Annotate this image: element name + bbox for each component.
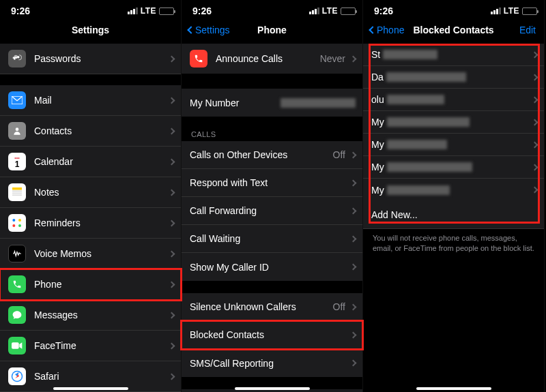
page-title: Phone Blocked Contacts Edit [363, 18, 544, 44]
row-label: Announce Calls [216, 53, 320, 64]
title-text: Blocked Contacts [413, 25, 493, 35]
contact-name-redacted: Da [371, 72, 532, 82]
my-number-value-redacted [281, 98, 356, 108]
chevron-right-icon [169, 189, 175, 196]
add-new-row[interactable]: Add New... [363, 201, 544, 229]
chevron-right-icon [169, 250, 175, 257]
settings-row-passwords[interactable]: Passwords [0, 44, 181, 74]
settings-row-reminders[interactable]: Reminders [0, 208, 181, 239]
settings-row-phone[interactable]: Phone [0, 269, 181, 300]
blocked-contacts-pane: 9:26 LTE Phone Blocked Contacts Edit StD… [363, 0, 545, 392]
chevron-right-icon [350, 331, 357, 338]
chevron-right-icon [350, 303, 357, 310]
my-number-row[interactable]: My Number [182, 89, 362, 117]
blocked-contact-row[interactable]: Da [363, 66, 544, 89]
row-label: Passwords [34, 53, 169, 64]
status-right: LTE [309, 6, 356, 16]
contact-name-redacted: My [371, 185, 532, 196]
battery-icon [341, 7, 356, 15]
chevron-right-icon [169, 55, 175, 62]
row-callerid[interactable]: Show My Caller ID [182, 253, 362, 281]
chevron-right-icon [169, 373, 175, 380]
chevron-right-icon [350, 179, 357, 186]
battery-icon [159, 7, 174, 15]
chevron-right-icon [350, 151, 357, 158]
chevron-right-icon [169, 127, 175, 134]
home-indicator[interactable] [53, 387, 128, 390]
blocked-contact-row[interactable]: My [363, 134, 544, 156]
chevron-right-icon [350, 360, 357, 367]
chevron-right-icon [532, 74, 538, 80]
back-button[interactable]: Phone [370, 25, 404, 35]
voice-icon [8, 245, 26, 262]
back-button[interactable]: Settings [188, 25, 230, 35]
network-label: LTE [141, 6, 156, 16]
status-bar: 9:26 LTE [0, 0, 181, 18]
chevron-right-icon [532, 164, 538, 170]
row-value: Off [333, 149, 345, 160]
battery-icon [522, 7, 537, 15]
settings-row-contacts[interactable]: Contacts [0, 116, 181, 147]
home-indicator[interactable] [235, 387, 310, 390]
messages-icon [8, 306, 26, 324]
row-sms-report[interactable]: SMS/Call Reporting [182, 349, 362, 377]
blocked-contact-row[interactable]: My [363, 111, 544, 134]
status-right: LTE [128, 6, 174, 16]
row-label: Mail [34, 95, 169, 106]
settings-row-calendar[interactable]: •••1Calendar [0, 147, 181, 177]
row-waiting[interactable]: Call Waiting [182, 225, 362, 253]
row-label: Phone [34, 279, 169, 290]
reminders-icon [8, 214, 26, 232]
calendar-icon: •••1 [8, 153, 26, 170]
contact-name-redacted: My [371, 139, 532, 150]
settings-row-mail[interactable]: Mail [0, 85, 181, 116]
row-other-devices[interactable]: Calls on Other DevicesOff [182, 141, 362, 169]
status-bar: 9:26 LTE [363, 0, 544, 18]
status-right: LTE [491, 6, 537, 16]
blocked-contact-row[interactable]: olu [363, 89, 544, 111]
add-new-label: Add New... [371, 209, 537, 220]
safari-icon [8, 367, 26, 385]
home-indicator[interactable] [416, 387, 491, 390]
status-time: 9:26 [11, 5, 30, 16]
row-respond[interactable]: Respond with Text [182, 169, 362, 197]
svg-rect-4 [12, 191, 22, 192]
blocked-contact-row[interactable]: My [363, 179, 544, 201]
settings-row-messages[interactable]: Messages [0, 300, 181, 331]
row-value: Off [333, 301, 345, 312]
facetime-icon [8, 337, 26, 355]
signal-icon [128, 7, 138, 14]
svg-point-0 [17, 56, 20, 59]
svg-point-9 [18, 219, 21, 222]
settings-list[interactable]: PasswordsMailContacts•••1CalendarNotesRe… [0, 44, 181, 392]
chevron-right-icon [169, 342, 175, 349]
chevron-right-icon [532, 141, 538, 148]
svg-point-8 [12, 224, 15, 227]
row-forwarding[interactable]: Call Forwarding [182, 197, 362, 225]
row-label: Call Waiting [190, 233, 351, 244]
settings-row-voice-memos[interactable]: Voice Memos [0, 239, 181, 269]
chevron-right-icon [169, 220, 175, 226]
contact-name-redacted: olu [371, 94, 532, 105]
row-label: Safari [34, 371, 169, 382]
blocked-list[interactable]: StDaoluMyMyMyMy Add New... [363, 44, 544, 229]
row-blocked[interactable]: Blocked Contacts [182, 321, 362, 349]
mail-icon [8, 91, 26, 109]
phone-settings-list[interactable]: Announce Calls Never My Number CALLS Cal… [182, 44, 362, 392]
settings-row-notes[interactable]: Notes [0, 177, 181, 208]
row-silence[interactable]: Silence Unknown CallersOff [182, 293, 362, 321]
row-label: Calls on Other Devices [190, 149, 333, 160]
blocked-contact-row[interactable]: St [363, 44, 544, 66]
blocked-contact-row[interactable]: My [363, 156, 544, 179]
signal-icon [491, 7, 501, 14]
edit-button[interactable]: Edit [519, 25, 536, 35]
status-time: 9:26 [192, 5, 212, 16]
row-label: Blocked Contacts [190, 329, 351, 340]
back-label: Phone [377, 25, 404, 35]
title-text: Phone [257, 25, 287, 35]
chevron-right-icon [532, 187, 538, 194]
passwords-icon [8, 50, 26, 67]
notes-icon [8, 183, 26, 201]
settings-row-facetime[interactable]: FaceTime [0, 331, 181, 361]
announce-calls-row[interactable]: Announce Calls Never [182, 44, 362, 74]
